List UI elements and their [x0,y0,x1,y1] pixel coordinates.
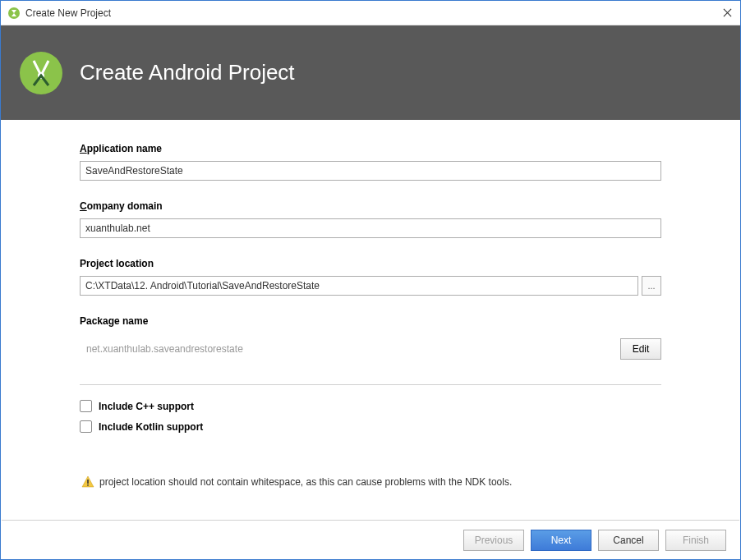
package-name-value: net.xuanthulab.saveandrestorestate [80,343,243,355]
wizard-title: Create Android Project [80,60,295,85]
svg-rect-3 [87,480,89,484]
browse-location-button[interactable]: ... [642,276,661,296]
window-title: Create New Project [25,7,720,19]
app-name-input[interactable] [80,161,661,181]
svg-rect-4 [87,484,89,486]
form-content: Application name Company domain Project … [1,120,740,489]
titlebar: Create New Project [1,1,740,25]
app-name-label: Application name [80,143,661,154]
app-name-field-group: Application name [80,143,661,181]
project-location-label: Project location [80,258,661,269]
package-name-label: Package name [80,315,661,327]
company-domain-input[interactable] [80,218,661,238]
warning-message: project location should not contain whit… [80,475,661,489]
cancel-button[interactable]: Cancel [598,530,659,551]
package-name-field-group: Package name net.xuanthulab.saveandresto… [80,315,661,365]
cpp-support-checkbox[interactable] [80,400,92,412]
cpp-support-checkbox-row[interactable]: Include C++ support [80,400,661,412]
cpp-support-label: Include C++ support [99,401,194,412]
previous-button[interactable]: Previous [463,530,524,551]
project-location-field-group: Project location ... [80,258,661,296]
finish-button[interactable]: Finish [665,530,726,551]
kotlin-support-checkbox-row[interactable]: Include Kotlin support [80,420,661,433]
company-domain-label: Company domain [80,200,661,212]
company-domain-field-group: Company domain [80,200,661,238]
app-icon [7,7,21,20]
kotlin-support-label: Include Kotlin support [99,421,203,433]
warning-text: project location should not contain whit… [99,476,512,488]
kotlin-support-checkbox[interactable] [80,420,92,433]
next-button[interactable]: Next [531,530,591,551]
edit-package-button[interactable]: Edit [620,338,661,360]
project-location-input[interactable] [80,276,638,296]
android-studio-icon [19,51,63,95]
close-button[interactable] [720,7,734,20]
separator [80,384,661,385]
wizard-header: Create Android Project [1,25,740,120]
wizard-footer: Previous Next Cancel Finish [2,520,739,559]
warning-icon [81,475,94,489]
